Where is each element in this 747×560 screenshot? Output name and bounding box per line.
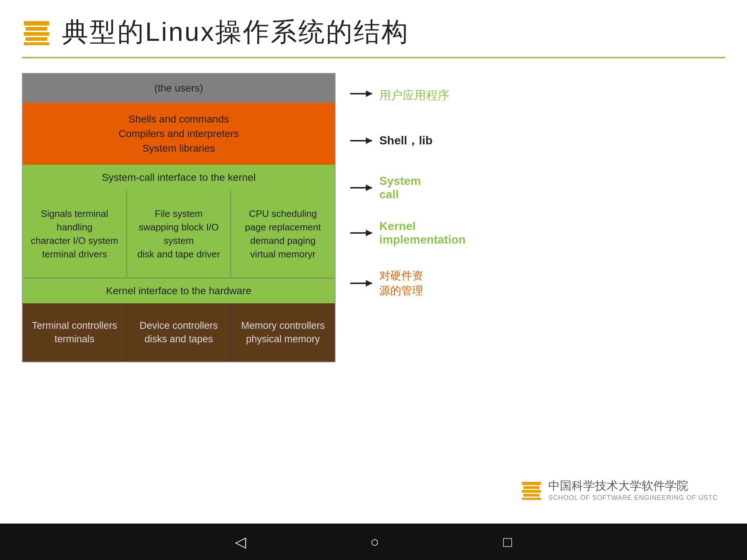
memory-controller-cell: Memory controllers physical memory [231, 303, 335, 362]
home-button[interactable]: ○ [363, 530, 386, 554]
ann-hardware-block: 对硬件资 源的管理 [379, 268, 423, 298]
svg-rect-6 [523, 486, 540, 489]
kernel-cell-3: CPU scheduling page replacement demand p… [231, 190, 335, 278]
arrow-syscall [350, 187, 372, 188]
ann-shell: Shell，lib [350, 133, 725, 149]
footer-sub: SCHOOL OF SOFTWARE ENGINEERING OF USTC [548, 494, 718, 502]
syscall-layer: System-call interface to the kernel [23, 165, 335, 190]
footer-logo-icon [520, 479, 542, 501]
arrow-line-shell [350, 140, 372, 141]
header: 典型的Linux操作系统的结构 [22, 15, 725, 50]
arrow-line-syscall [350, 187, 372, 188]
annotations: 用户应用程序 Shell，lib System call [350, 73, 725, 298]
navbar: ◁ ○ □ [0, 524, 747, 560]
footer-logo: 中国科学技术大学软件学院 SCHOOL OF SOFTWARE ENGINEER… [520, 478, 718, 502]
users-layer: (the users) [23, 74, 335, 103]
ann-users-text: 用户应用程序 [379, 88, 449, 104]
page-title: 典型的Linux操作系统的结构 [62, 15, 409, 50]
kernel-cell-1: Signals terminal handling character I/O … [23, 190, 127, 278]
ann-shell-text: Shell，lib [379, 133, 433, 149]
kernel-cell-2: File system swapping block I/O system di… [127, 190, 231, 278]
arrow-line-kernel [350, 232, 372, 234]
ann-users: 用户应用程序 [350, 84, 725, 104]
ann-kernel: Kernel implementation [350, 219, 725, 246]
footer-logo-text: 中国科学技术大学软件学院 SCHOOL OF SOFTWARE ENGINEER… [548, 478, 718, 502]
svg-rect-1 [26, 27, 47, 31]
controllers-layer: Terminal controllers terminals Device co… [23, 303, 335, 362]
ann-syscall-block: System call [379, 174, 421, 201]
shell-layer: Shells and commands Compilers and interp… [23, 103, 335, 165]
arrow-kernel [350, 232, 372, 234]
linux-diagram: (the users) Shells and commands Compiler… [22, 73, 336, 362]
svg-rect-9 [522, 498, 541, 500]
ann-kernel-block: Kernel implementation [379, 219, 465, 246]
arrow-hardware [350, 283, 372, 284]
svg-rect-4 [24, 42, 49, 45]
back-button[interactable]: ◁ [228, 530, 253, 554]
kernel-layer: Signals terminal handling character I/O … [23, 190, 335, 278]
svg-rect-2 [24, 32, 49, 36]
ann-syscall: System call [350, 174, 725, 201]
svg-rect-5 [522, 482, 541, 485]
arrow-shell [350, 140, 372, 141]
svg-rect-8 [523, 494, 540, 497]
device-controller-cell: Device controllers disks and tapes [127, 303, 231, 362]
recents-button[interactable]: □ [496, 530, 519, 554]
hw-interface-layer: Kernel interface to the hardware [23, 278, 335, 303]
arrow-users [350, 93, 372, 94]
arrow-line-users [350, 93, 372, 94]
svg-rect-7 [522, 490, 541, 493]
logo-icon [22, 18, 51, 47]
svg-rect-3 [26, 37, 47, 41]
terminal-controller-cell: Terminal controllers terminals [23, 303, 127, 362]
divider [22, 57, 725, 58]
ann-hardware: 对硬件资 源的管理 [350, 268, 725, 298]
content-area: (the users) Shells and commands Compiler… [22, 73, 725, 362]
slide-area: 典型的Linux操作系统的结构 (the users) Shells and c… [0, 0, 747, 524]
arrow-line-hardware [350, 283, 372, 284]
footer-main: 中国科学技术大学软件学院 [548, 478, 718, 494]
svg-rect-0 [24, 21, 49, 26]
